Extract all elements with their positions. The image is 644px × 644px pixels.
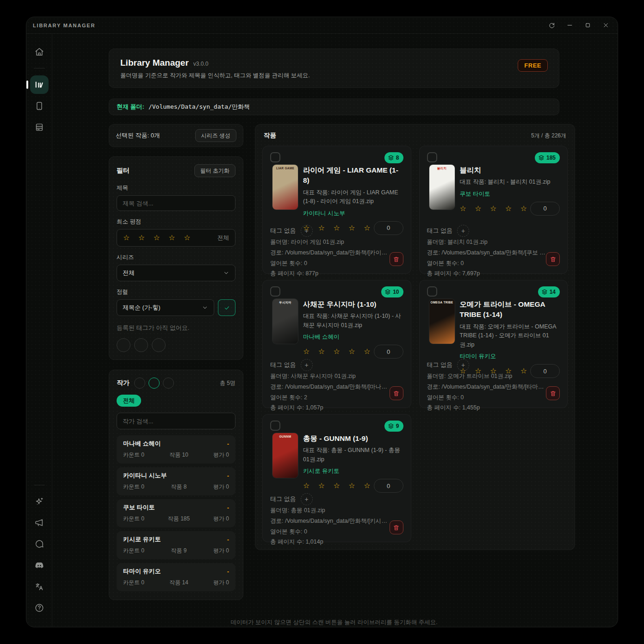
- author-row[interactable]: 마나베 쇼헤이 - 카운트 0 작품 10 평가 0: [117, 435, 235, 464]
- work-select-checkbox[interactable]: [427, 152, 437, 162]
- work-title: 사채꾼 우시지마 (1-10): [303, 299, 403, 310]
- author-rating-dash: -: [227, 568, 229, 575]
- volume-count-badge: 14: [538, 286, 560, 297]
- sidebar-item-announcements[interactable]: [30, 514, 49, 532]
- title-search-input[interactable]: [117, 195, 235, 211]
- author-sort-chip[interactable]: [163, 378, 174, 389]
- page-title: Library Manager: [120, 58, 189, 68]
- work-folder-name: 폴더명: 사채꾼 우시지마 01권.zip: [270, 371, 390, 382]
- title-filter-label: 제목: [117, 184, 235, 192]
- sidebar-item-discord[interactable]: [30, 556, 49, 575]
- license-badge: FREE: [518, 59, 548, 72]
- maximize-icon[interactable]: [584, 22, 591, 29]
- quick-filter-chip[interactable]: [152, 338, 166, 352]
- work-author-link[interactable]: 카이타니 시노부: [303, 210, 403, 217]
- add-tag-button[interactable]: +: [301, 225, 313, 237]
- cover-thumbnail[interactable]: 블리치: [429, 165, 455, 210]
- app-header-card: Library Manager v3.0.0 폴더명을 기준으로 작가와 제목을…: [109, 49, 559, 88]
- work-select-checkbox[interactable]: [270, 421, 280, 431]
- work-author-link[interactable]: 마나베 쇼헤이: [303, 333, 403, 341]
- trash-icon: [393, 524, 400, 531]
- work-path: 경로: /Volumes/Data/syn_data/만화책/[마나베 쇼헤..…: [270, 382, 390, 392]
- work-title: 총몽 - GUNNM (1-9): [303, 433, 403, 444]
- cover-thumbnail[interactable]: GUNNM: [272, 433, 298, 478]
- rating-stars[interactable]: ☆ ☆ ☆ ☆ ☆: [303, 348, 374, 355]
- volume-count: 8: [396, 155, 399, 161]
- sidebar-item-collections[interactable]: [30, 118, 49, 136]
- work-open-count: 열어본 횟수: 0: [270, 258, 390, 269]
- delete-work-button[interactable]: [546, 386, 560, 400]
- sidebar-item-whats-new[interactable]: [30, 492, 49, 511]
- sidebar-item-language[interactable]: [30, 577, 49, 596]
- minimize-icon[interactable]: [566, 22, 573, 29]
- work-representative: 대표 작품: 사채꾼 우시지마 (1-10) - 사채꾼 우시지마 01권.zi…: [303, 312, 403, 330]
- author-name: 타마이 유키오: [123, 567, 161, 576]
- work-author-link[interactable]: 쿠보 타이토: [460, 190, 560, 198]
- author-search-input[interactable]: [117, 413, 235, 429]
- author-all-chip[interactable]: 전체: [117, 395, 141, 407]
- volume-count-badge: 9: [384, 421, 403, 432]
- delete-work-button[interactable]: [546, 252, 560, 266]
- sidebar-item-feedback[interactable]: [30, 535, 49, 553]
- screen: LIBRARY MANAGER: [0, 0, 644, 644]
- add-tag-button[interactable]: +: [457, 225, 469, 237]
- close-icon[interactable]: [602, 22, 609, 29]
- add-tag-button[interactable]: +: [457, 359, 469, 371]
- sort-direction-button[interactable]: [218, 299, 235, 316]
- refresh-icon[interactable]: [548, 22, 555, 29]
- library-books-icon: [34, 80, 44, 90]
- work-select-checkbox[interactable]: [427, 286, 437, 297]
- author-row[interactable]: 쿠보 타이토 - 카운트 0 작품 185 평가 0: [117, 499, 235, 527]
- delete-work-button[interactable]: [390, 252, 403, 266]
- min-rating-label: 최소 평점: [117, 218, 235, 226]
- rating-stars[interactable]: ☆ ☆ ☆ ☆ ☆: [303, 482, 374, 489]
- volume-count-badge: 10: [381, 286, 403, 297]
- work-open-count: 열어본 횟수: 2: [270, 392, 390, 403]
- volume-count: 9: [396, 423, 399, 429]
- cover-thumbnail[interactable]: OMEGA TRIBE: [429, 299, 455, 344]
- rating-value: 0: [374, 479, 403, 493]
- sort-select[interactable]: 제목순 (가-힣): [117, 299, 214, 316]
- author-card: 작가 총 5명 전체 마나베 쇼헤이 - 카운트 0 작품 10 평가 0 카이…: [109, 370, 243, 600]
- quick-filter-chip[interactable]: [134, 338, 148, 352]
- volume-count-badge: 185: [535, 152, 560, 163]
- cover-label: 우시지마: [272, 301, 298, 305]
- add-tag-button[interactable]: +: [301, 359, 313, 371]
- quick-filter-chip[interactable]: [117, 338, 130, 352]
- trash-icon: [550, 390, 557, 397]
- delete-work-button[interactable]: [390, 520, 403, 534]
- work-author-link[interactable]: 키시로 유키토: [303, 467, 403, 475]
- author-sort-chips: [134, 378, 174, 389]
- page-subtitle: 폴더명을 기준으로 작가와 제목을 인식하고, 태그와 별점을 관리해 보세요.: [120, 72, 548, 80]
- add-tag-button[interactable]: +: [301, 493, 313, 505]
- author-row[interactable]: 키시로 유키토 - 카운트 0 작품 9 평가 0: [117, 531, 235, 559]
- filter-card: 필터 필터 초기화 제목 최소 평점 ☆ ☆ ☆ ☆ ☆ 전체 시리즈: [109, 156, 243, 360]
- rating-stars[interactable]: ☆ ☆ ☆ ☆ ☆: [123, 234, 194, 242]
- sidebar-item-help[interactable]: [30, 599, 49, 617]
- author-sort-chip[interactable]: [149, 378, 160, 389]
- sidebar: [26, 34, 52, 627]
- sidebar-item-reader[interactable]: [30, 97, 49, 115]
- check-icon: [224, 305, 230, 311]
- filter-reset-button[interactable]: 필터 초기화: [194, 164, 235, 177]
- work-select-checkbox[interactable]: [270, 152, 280, 162]
- work-card: 9 GUNNM 총몽 - GUNNM (1-9) 대표 작품: 총몽 - GUN…: [262, 414, 411, 542]
- author-row[interactable]: 카이타니 시노부 - 카운트 0 작품 8 평가 0: [117, 467, 235, 495]
- author-rating-dash: -: [227, 472, 229, 479]
- series-filter-label: 시리즈: [117, 254, 235, 261]
- author-row[interactable]: 타마이 유키오 - 카운트 0 작품 14 평가 0: [117, 563, 235, 591]
- sidebar-item-home[interactable]: [30, 43, 49, 61]
- create-series-button[interactable]: 시리즈 생성: [195, 129, 236, 142]
- series-select[interactable]: 전체: [117, 265, 235, 281]
- cover-thumbnail[interactable]: LIAR GAME: [272, 165, 298, 210]
- sidebar-item-library[interactable]: [30, 75, 49, 94]
- volume-count: 10: [393, 289, 399, 295]
- rating-stars[interactable]: ☆ ☆ ☆ ☆ ☆: [460, 205, 531, 212]
- work-page-count: 총 페이지 수: 1,057p: [270, 402, 390, 413]
- delete-work-button[interactable]: [390, 386, 403, 400]
- work-select-checkbox[interactable]: [270, 286, 280, 297]
- author-sort-chip[interactable]: [134, 378, 145, 389]
- left-column: 선택된 작품: 0개 시리즈 생성 필터 필터 초기화 제목 최소 평점: [109, 124, 243, 600]
- cover-thumbnail[interactable]: 우시지마: [272, 299, 298, 344]
- chat-bubble-icon: [34, 539, 44, 549]
